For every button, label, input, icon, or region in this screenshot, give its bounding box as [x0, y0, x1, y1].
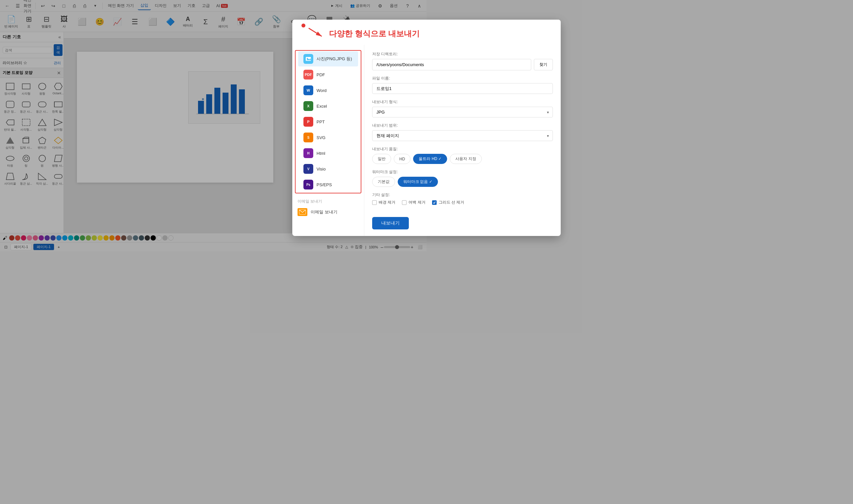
quality-buttons: 일반 HD 울트라 HD ✓ 사용자 지정	[372, 154, 426, 164]
quality-normal[interactable]: 일반	[372, 154, 391, 164]
cb-bg-remove[interactable]: 배경 제거	[372, 200, 395, 205]
export-item-excel[interactable]: X Excel	[298, 98, 358, 113]
format-list-bordered: 사진(PNG,JPG 등) PDF PDF W Word	[295, 50, 361, 194]
cb-margin-label: 여백 제거	[409, 200, 425, 205]
red-dot	[302, 23, 305, 28]
format-row: 내보내기 형식: JPG PNG BMP GIF WEBP ▼	[372, 99, 426, 118]
email-icon	[297, 208, 307, 216]
word-export-icon: W	[304, 86, 313, 95]
arrow-annotation	[299, 25, 325, 42]
filename-input[interactable]	[372, 83, 426, 94]
cb-bg-label: 배경 제거	[379, 200, 395, 205]
dialog-header: 다양한 형식으로 내보내기	[292, 20, 426, 45]
dialog-right-panel: 저장 디렉토리: 찾기 파일 이름: 내보내기 형식: JP	[364, 45, 426, 236]
export-item-image[interactable]: 사진(PNG,JPG 등)	[298, 51, 358, 67]
watermark-default[interactable]: 기본값	[372, 177, 395, 187]
email-section[interactable]: 이메일 보내기	[292, 205, 364, 219]
image-export-icon	[304, 54, 313, 64]
dialog-left-panel: 사진(PNG,JPG 등) PDF PDF W Word	[292, 45, 364, 236]
range-row: 내보내기 범위: 현재 페이지 모든 페이지 선택 영역 ▼	[372, 123, 426, 141]
visio-export-icon: V	[304, 164, 313, 174]
range-select[interactable]: 현재 페이지 모든 페이지 선택 영역	[372, 130, 426, 141]
export-item-word[interactable]: W Word	[298, 83, 358, 98]
cb-bg-icon	[372, 200, 377, 205]
export-button[interactable]: 내보내기	[372, 217, 409, 230]
export-item-html[interactable]: H Html	[298, 146, 358, 161]
excel-export-icon: X	[304, 101, 313, 111]
visio-label: Visio	[316, 166, 326, 172]
export-item-visio[interactable]: V Visio	[298, 161, 358, 176]
quality-ultra-hd[interactable]: 울트라 HD ✓	[413, 154, 426, 164]
range-label: 내보내기 범위:	[372, 123, 426, 128]
excel-label: Excel	[316, 104, 327, 109]
range-select-wrap: 현재 페이지 모든 페이지 선택 영역 ▼	[372, 130, 426, 141]
svg-line-37	[309, 28, 322, 36]
watermark-label: 워터마크 설정:	[372, 169, 426, 175]
save-dir-label: 저장 디렉토리:	[372, 51, 426, 57]
filename-label: 파일 이름:	[372, 76, 426, 81]
export-item-ppt[interactable]: P PPT	[298, 114, 358, 129]
save-dir-input-wrap: 찾기	[372, 59, 426, 70]
save-dir-input[interactable]	[372, 59, 426, 70]
ppt-label: PPT	[316, 120, 325, 124]
filename-row: 파일 이름:	[372, 76, 426, 94]
email-item-label: 이메일 보내기	[311, 209, 338, 215]
quality-label: 내보내기 품질:	[372, 146, 426, 152]
dialog-title: 다양한 형식으로 내보내기	[329, 29, 420, 39]
email-section-label: 이메일 보내기	[292, 196, 364, 205]
image-label: 사진(PNG,JPG 등)	[316, 56, 352, 62]
save-dir-row: 저장 디렉토리: 찾기	[372, 51, 426, 70]
pseps-export-icon: Ps	[304, 180, 313, 190]
html-label: Html	[316, 151, 325, 156]
export-item-pseps[interactable]: Ps PS/EPS	[298, 177, 358, 192]
quality-hd[interactable]: HD	[394, 154, 411, 164]
watermark-row: 워터마크 설정: 기본값 워터마크 없음 ✓	[372, 169, 426, 187]
export-dialog: 다양한 형식으로 내보내기 사진(PNG,JPG 등) PDF	[292, 20, 426, 236]
dialog-body: 사진(PNG,JPG 등) PDF PDF W Word	[292, 45, 426, 236]
format-select-wrap: JPG PNG BMP GIF WEBP ▼	[372, 107, 426, 118]
dialog-overlay: 다양한 형식으로 내보내기 사진(PNG,JPG 등) PDF	[0, 0, 426, 252]
svg-label: SVG	[316, 135, 325, 140]
export-item-pdf[interactable]: PDF PDF	[298, 67, 358, 82]
word-label: Word	[316, 88, 327, 93]
svg-export-icon: S	[304, 132, 313, 142]
format-select[interactable]: JPG PNG BMP GIF WEBP	[372, 107, 426, 118]
extra-label: 기타 설정:	[372, 192, 426, 198]
checkbox-row: 배경 제거 여백 제거 그리드 선 제거	[372, 200, 426, 205]
watermark-buttons: 기본값 워터마크 없음 ✓	[372, 177, 426, 187]
cb-margin-remove[interactable]: 여백 제거	[402, 200, 425, 205]
html-export-icon: H	[304, 148, 313, 158]
pdf-label: PDF	[316, 72, 325, 77]
quality-row: 내보내기 품질: 일반 HD 울트라 HD ✓ 사용자 지정	[372, 146, 426, 164]
cb-margin-icon	[402, 200, 406, 205]
extra-row: 기타 설정: 배경 제거 여백 제거	[372, 192, 426, 205]
ppt-export-icon: P	[304, 117, 313, 127]
export-item-svg[interactable]: S SVG	[298, 130, 358, 145]
pseps-label: PS/EPS	[316, 182, 332, 187]
format-label: 내보내기 형식:	[372, 99, 426, 105]
watermark-none[interactable]: 워터마크 없음 ✓	[398, 177, 426, 187]
pdf-export-icon: PDF	[304, 70, 313, 79]
